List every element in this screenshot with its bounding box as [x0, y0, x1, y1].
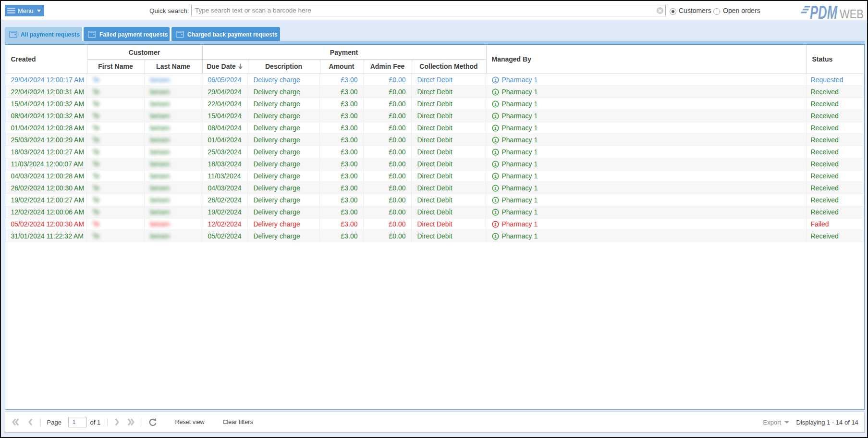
svg-text:1: 1 — [494, 89, 496, 95]
svg-text:1: 1 — [494, 162, 496, 167]
svg-text:1: 1 — [494, 210, 496, 215]
svg-text:1: 1 — [494, 77, 496, 83]
svg-text:1: 1 — [494, 138, 496, 143]
svg-text:1: 1 — [494, 101, 496, 107]
svg-text:1: 1 — [494, 125, 496, 131]
svg-text:1: 1 — [494, 174, 496, 179]
svg-text:1: 1 — [494, 222, 496, 227]
svg-text:WEB: WEB — [840, 7, 864, 20]
svg-text:1: 1 — [494, 234, 496, 239]
svg-text:1: 1 — [494, 113, 496, 119]
svg-text:1: 1 — [494, 198, 496, 203]
svg-text:PDM: PDM — [810, 4, 838, 20]
svg-text:1: 1 — [494, 150, 496, 155]
svg-text:1: 1 — [494, 186, 496, 191]
